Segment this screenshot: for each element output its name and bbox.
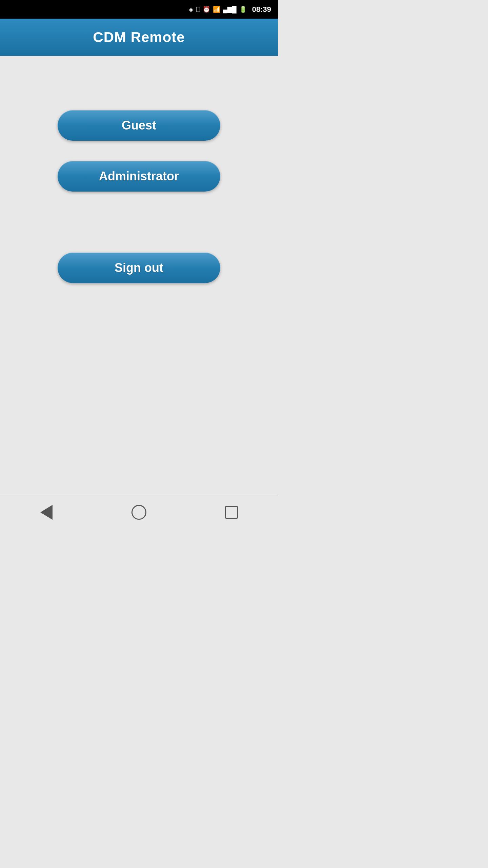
- app-header: CDM Remote: [0, 19, 278, 56]
- recent-apps-button[interactable]: [220, 500, 243, 524]
- status-icons: ◈ ⎕ ⏰ 📶 ▄▇█ 🔋 08:39: [189, 5, 271, 14]
- wifi-icon: 📶: [213, 6, 220, 13]
- home-button[interactable]: [127, 500, 151, 524]
- guest-button[interactable]: Guest: [58, 110, 220, 141]
- bottom-nav-bar: [0, 495, 278, 529]
- main-content: Guest Administrator Sign out: [0, 56, 278, 283]
- status-time: 08:39: [252, 5, 271, 14]
- sign-out-button[interactable]: Sign out: [58, 253, 220, 283]
- recent-apps-icon: [225, 506, 238, 519]
- clock-icon: ⏰: [203, 6, 210, 13]
- home-icon: [131, 505, 146, 520]
- tablet-icon: ⎕: [196, 6, 200, 13]
- back-icon: [40, 505, 53, 520]
- battery-icon: 🔋: [239, 6, 247, 13]
- administrator-button[interactable]: Administrator: [58, 161, 220, 192]
- signal-icon: ▄▇█: [223, 6, 237, 13]
- back-button[interactable]: [35, 500, 58, 524]
- status-bar: ◈ ⎕ ⏰ 📶 ▄▇█ 🔋 08:39: [0, 0, 278, 19]
- bluetooth-icon: ◈: [189, 6, 194, 13]
- app-title: CDM Remote: [93, 29, 185, 45]
